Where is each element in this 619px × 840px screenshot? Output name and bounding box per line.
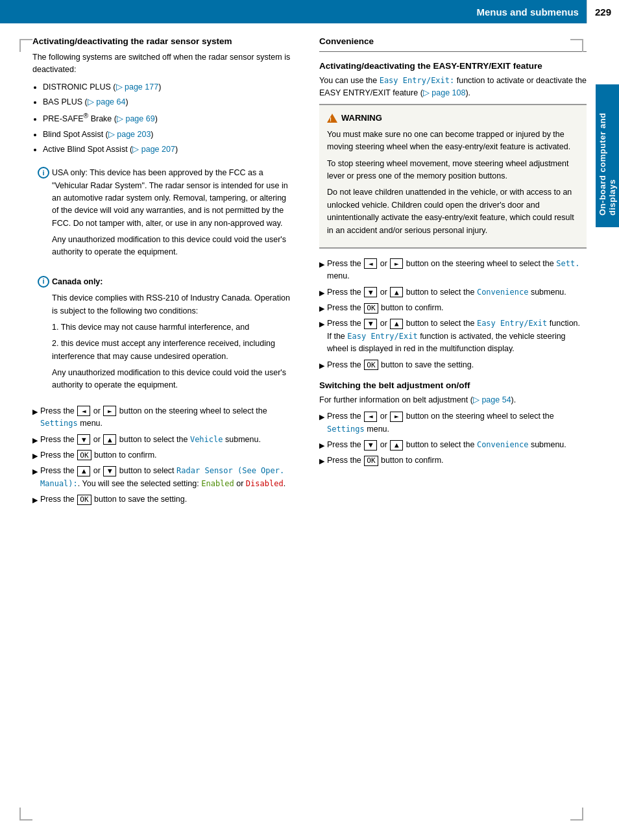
belt-step-1: ▶ Press the ◄ or ► button on the steerin…: [319, 410, 587, 436]
step-arrow: ▶: [319, 259, 324, 270]
header-title-area: Menus and submenus 229: [476, 0, 619, 23]
belt-section-title: Switching the belt adjustment on/off: [319, 380, 587, 390]
info-icon-1: i: [38, 167, 49, 179]
belt-step-2-text: Press the ▼ or ▲ button to select the Co…: [327, 439, 587, 451]
left-column: Activating/deactivating the radar sensor…: [32, 36, 300, 509]
info-box-1-text: USA only: This device has been approved …: [52, 167, 293, 230]
list-item: Active Blind Spot Assist (▷ page 207): [43, 143, 300, 156]
main-content: Activating/deactivating the radar sensor…: [0, 23, 619, 528]
step-2-text: Press the ▼ or ▲ button to select the Ve…: [40, 434, 300, 446]
step-arrow: ▶: [32, 406, 38, 417]
link-convenience: Convenience: [477, 288, 528, 297]
btn-right[interactable]: ►: [103, 406, 116, 416]
step-arrow: ▶: [319, 360, 324, 371]
btn-down[interactable]: ▼: [77, 434, 90, 445]
left-step-2: ▶ Press the ▼ or ▲ button to select the …: [32, 434, 300, 446]
btn-down-b2[interactable]: ▼: [364, 440, 377, 451]
link-convenience-b: Convenience: [477, 440, 528, 449]
right-step-5: ▶ Press the OK button to save the settin…: [319, 359, 587, 371]
right-section-title: Convenience: [319, 36, 587, 46]
right-step-1-text: Press the ◄ or ► button on the steering …: [327, 258, 587, 283]
link-settings-b: Settings: [327, 425, 365, 434]
link-easy-entry-if: Easy Entry/Exit: [347, 332, 417, 341]
right-step-4-text: Press the ▼ or ▲ button to select the Ea…: [327, 317, 587, 355]
step-5-text: Press the OK button to save the setting.: [40, 493, 300, 506]
bullet-list: DISTRONIC PLUS (▷ page 177) BAS PLUS (▷ …: [32, 80, 300, 156]
btn-up2[interactable]: ▲: [77, 466, 90, 476]
corner-mark-tl: [19, 39, 32, 52]
info-box-2-text2: Any unauthorized modification to this de…: [52, 367, 293, 392]
warning-p2: To stop steering wheel movement, move st…: [327, 158, 579, 183]
step-arrow: ▶: [32, 466, 38, 477]
btn-ok[interactable]: OK: [77, 450, 91, 460]
btn-down-r2[interactable]: ▼: [364, 287, 377, 297]
list-item: BAS PLUS (▷ page 64): [43, 95, 300, 109]
left-step-4: ▶ Press the ▲ or ▼ button to select Rada…: [32, 465, 300, 490]
step-arrow: ▶: [319, 303, 324, 314]
link-easy-entry-func: Easy Entry/Exit: [477, 319, 547, 328]
info-box-2-text: This device complies with RSS-210 of Ind…: [52, 292, 293, 317]
right-step-3-text: Press the OK button to confirm.: [327, 302, 587, 314]
left-step-5: ▶ Press the OK button to save the settin…: [32, 493, 300, 506]
btn-down-r4[interactable]: ▼: [364, 319, 377, 329]
header-page: 229: [587, 0, 619, 23]
btn-ok2[interactable]: OK: [77, 495, 91, 505]
header-bar: Menus and submenus 229: [0, 0, 619, 23]
btn-ok-b3[interactable]: OK: [364, 456, 378, 466]
list-item: PRE-SAFE® Brake (▷ page 69): [43, 110, 300, 126]
left-section-title: Activating/deactivating the radar sensor…: [32, 36, 300, 46]
btn-right-b1[interactable]: ►: [390, 412, 403, 422]
step-arrow: ▶: [32, 435, 38, 446]
corner-mark-tr: [570, 39, 583, 52]
info-box-2-canada: Canada only:: [52, 276, 293, 288]
btn-right-r1[interactable]: ►: [390, 258, 403, 269]
link-settings: Settings: [40, 419, 78, 428]
right-step-2: ▶ Press the ▼ or ▲ button to select the …: [319, 286, 587, 299]
link-vehicle: Vehicle: [190, 435, 223, 444]
step-arrow: ▶: [319, 440, 324, 451]
list-item: Blind Spot Assist (▷ page 203): [43, 128, 300, 142]
warning-triangle-icon: [327, 114, 337, 123]
btn-up-r4[interactable]: ▲: [390, 319, 403, 329]
right-column: Convenience Activating/deactivating the …: [319, 36, 587, 509]
warning-p3: Do not leave children unattended in the …: [327, 186, 579, 237]
btn-up-r2[interactable]: ▲: [390, 287, 403, 297]
right-sub-title: Activating/deactivating the EASY-ENTRY/E…: [319, 61, 587, 71]
btn-ok-r5[interactable]: OK: [364, 360, 378, 370]
right-step-5-text: Press the OK button to save the setting.: [327, 359, 587, 371]
step-arrow: ▶: [319, 456, 324, 467]
right-step-3: ▶ Press the OK button to confirm.: [319, 302, 587, 314]
info-box-2: i Canada only: This device complies with…: [32, 272, 300, 400]
step-arrow: ▶: [319, 412, 324, 423]
info-box-1-text2: Any unauthorized modification to this de…: [52, 234, 293, 259]
belt-step-2: ▶ Press the ▼ or ▲ button to select the …: [319, 439, 587, 451]
btn-left-r1[interactable]: ◄: [364, 258, 377, 269]
step-arrow: ▶: [319, 288, 324, 299]
btn-left[interactable]: ◄: [77, 406, 90, 416]
link-easy-entry: Easy Entry/Exit:: [380, 76, 455, 85]
btn-ok-r3[interactable]: OK: [364, 303, 378, 314]
link-disabled: Disabled: [246, 479, 284, 488]
list-item: DISTRONIC PLUS (▷ page 177): [43, 80, 300, 94]
step-4-text: Press the ▲ or ▼ button to select Radar …: [40, 465, 300, 490]
belt-step-3: ▶ Press the OK button to confirm.: [319, 454, 587, 467]
left-step-1: ▶ Press the ◄ or ► button on the steerin…: [32, 405, 300, 430]
info-box-1: i USA only: This device has been approve…: [32, 163, 300, 267]
belt-step-3-text: Press the OK button to confirm.: [327, 454, 587, 467]
right-step-4: ▶ Press the ▼ or ▲ button to select the …: [319, 317, 587, 355]
belt-step-1-text: Press the ◄ or ► button on the steering …: [327, 410, 587, 436]
belt-intro: For further information on belt adjustme…: [319, 394, 587, 406]
left-intro: The following systems are switched off w…: [32, 51, 300, 77]
info-icon-2: i: [38, 276, 49, 288]
btn-up-b2[interactable]: ▲: [390, 440, 403, 451]
section-divider: [319, 51, 587, 52]
header-title: Menus and submenus: [476, 6, 587, 18]
warning-title: WARNING: [327, 112, 579, 125]
right-step-2-text: Press the ▼ or ▲ button to select the Co…: [327, 286, 587, 299]
btn-up[interactable]: ▲: [103, 434, 116, 445]
step-1-text: Press the ◄ or ► button on the steering …: [40, 405, 300, 430]
right-step-1: ▶ Press the ◄ or ► button on the steerin…: [319, 258, 587, 283]
step-arrow: ▶: [32, 451, 38, 462]
btn-down2[interactable]: ▼: [103, 466, 116, 476]
btn-left-b1[interactable]: ◄: [364, 412, 377, 422]
